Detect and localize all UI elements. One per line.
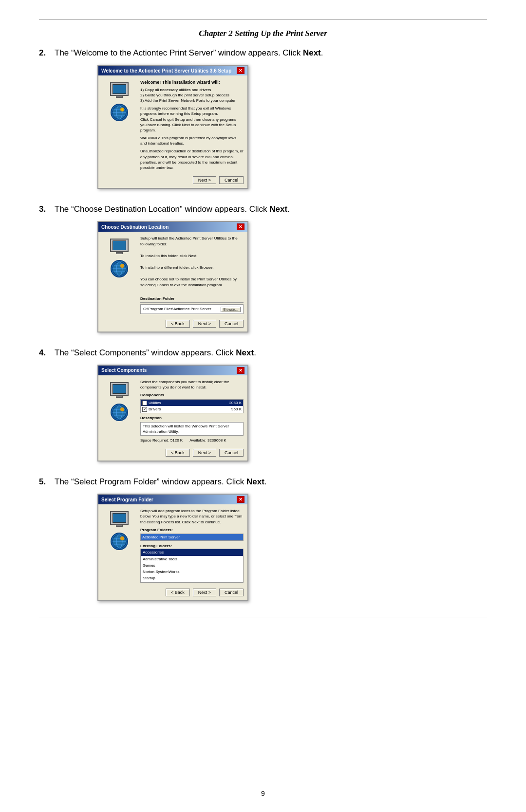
step-2-text: 2. The “Welcome to the Actiontec Print S… xyxy=(39,48,323,58)
dest-folder-divider xyxy=(140,302,244,303)
comp-monitor-base xyxy=(116,396,123,398)
welcome-recommendation: It is strongly recommended that you exit… xyxy=(140,106,244,133)
program-folder-close-button[interactable]: ✕ xyxy=(237,496,244,503)
component-drivers: ✓ Drivers 960 K xyxy=(141,406,243,412)
svg-point-23 xyxy=(120,536,124,540)
dest-computer-icon xyxy=(107,236,132,257)
pf-folder-input[interactable]: Actiontec Print Server xyxy=(140,534,244,541)
dest-titlebar: Choose Destination Location ✕ xyxy=(98,222,247,232)
welcome-cancel-button[interactable]: Cancel xyxy=(219,176,244,184)
step-5-before: The “Select Program Folder” window appea… xyxy=(55,477,246,486)
components-cancel-button[interactable]: Cancel xyxy=(219,449,244,457)
components-close-button[interactable]: ✕ xyxy=(237,367,244,374)
dest-back-button[interactable]: < Back xyxy=(166,320,190,328)
dest-browse-button[interactable]: Browse... xyxy=(221,307,241,312)
drivers-name: Drivers xyxy=(149,406,161,412)
components-titlebar: Select Components ✕ xyxy=(98,366,247,375)
dest-folder-box: C:\Program Files\Actiontec Print Server … xyxy=(140,304,244,314)
description-label: Description xyxy=(140,415,244,421)
folder-games[interactable]: Games xyxy=(141,562,243,569)
program-folder-left-panel xyxy=(102,508,136,583)
welcome-next-button[interactable]: Next > xyxy=(193,176,216,184)
step-3-text: 3. The “Choose Destination Location” win… xyxy=(39,204,290,214)
comp-monitor-screen xyxy=(113,384,126,394)
pf-next-button[interactable]: Next > xyxy=(193,589,216,596)
step-2-screenshot: Welcome to the Actiontec Print Server Ut… xyxy=(97,65,248,189)
step-4-screenshot: Select Components ✕ xyxy=(97,365,248,462)
dest-instructions: Setup will install the Actiontec Print S… xyxy=(140,236,244,288)
components-next-button[interactable]: Next > xyxy=(193,449,216,457)
step-3-number: 3. xyxy=(39,204,50,214)
step-2-after: . xyxy=(321,48,323,57)
components-instruction: Select the components you want to instal… xyxy=(140,379,244,390)
step-2-before: The “Welcome to the Actiontec Print Serv… xyxy=(55,48,303,57)
components-back-button[interactable]: < Back xyxy=(166,449,190,457)
dest-globe-icon xyxy=(111,260,128,277)
space-available-label: Available: 3239608 K xyxy=(189,438,226,443)
pf-computer-icon xyxy=(107,508,132,530)
dest-close-button[interactable]: ✕ xyxy=(237,223,244,230)
step-5-block: 5. The “Select Program Folder” window ap… xyxy=(39,477,487,601)
step-4-bold: Next xyxy=(236,348,254,357)
globe-icon xyxy=(111,104,128,121)
chapter-header: Chapter 2 Setting Up the Print Server xyxy=(39,29,487,38)
pf-cancel-button[interactable]: Cancel xyxy=(219,589,244,596)
dest-next-button[interactable]: Next > xyxy=(193,320,216,328)
comp-globe-svg xyxy=(112,405,127,420)
welcome-intro: Welcome! This installation wizard will: xyxy=(140,79,244,86)
components-body: Select the components you want to instal… xyxy=(98,375,247,447)
step-4-after: . xyxy=(254,348,256,357)
dest-monitor-screen xyxy=(113,240,126,250)
step-5-description: The “Select Program Folder” window appea… xyxy=(55,477,267,487)
step-3-after: . xyxy=(287,204,290,214)
step-2-bold: Next xyxy=(303,48,321,57)
step-2-description: The “Welcome to the Actiontec Print Serv… xyxy=(55,48,323,58)
utilities-name: Utilities xyxy=(149,400,161,406)
pf-existing-label: Existing Folders: xyxy=(140,543,244,549)
folder-accessories[interactable]: Accessories xyxy=(141,549,243,555)
dest-globe-svg xyxy=(112,261,127,277)
pf-monitor xyxy=(110,511,129,525)
dest-footer: < Back Next > Cancel xyxy=(98,318,247,332)
components-computer-icon xyxy=(107,379,132,401)
utilities-checkbox[interactable]: ✓ xyxy=(142,401,147,406)
utilities-size: 2060 K xyxy=(229,400,242,406)
program-folder-dialog: Select Program Folder ✕ xyxy=(97,494,248,601)
folder-startup[interactable]: Startup xyxy=(141,575,243,581)
components-dialog-title: Select Components xyxy=(101,368,147,373)
globe-svg xyxy=(112,105,127,120)
step-3-before: The “Choose Destination Location” window… xyxy=(55,204,269,214)
folder-norton[interactable]: Norton SystemWorks xyxy=(141,569,243,575)
computer-icon xyxy=(107,79,132,101)
dest-monitor-base xyxy=(116,252,123,254)
program-folder-body: Setup will add program icons to the Prog… xyxy=(98,504,247,587)
components-footer: < Back Next > Cancel xyxy=(98,447,247,461)
dest-folder-label: Destination Folder xyxy=(140,296,244,301)
step-5-bold: Next xyxy=(246,477,264,486)
step-3-bold: Next xyxy=(269,204,287,214)
welcome-steps: 1) Copy all necessary utilities and driv… xyxy=(140,87,244,104)
components-right-panel: Select the components you want to instal… xyxy=(140,379,244,443)
welcome-dialog: Welcome to the Actiontec Print Server Ut… xyxy=(97,65,248,189)
component-utilities: ✓ Utilities 2060 K xyxy=(141,400,243,406)
welcome-close-button[interactable]: ✕ xyxy=(237,67,244,74)
dest-folder-path: C:\Program Files\Actiontec Print Server xyxy=(143,306,211,312)
components-list-label: Components xyxy=(140,392,244,398)
welcome-body: Welcome! This installation wizard will: … xyxy=(98,75,247,174)
step-5-screenshot: Select Program Folder ✕ xyxy=(97,494,248,601)
dest-dialog-title: Choose Destination Location xyxy=(101,224,169,230)
pf-globe-svg xyxy=(112,534,127,549)
folder-admin-tools[interactable]: Administrative Tools xyxy=(141,556,243,562)
drivers-checkbox[interactable]: ✓ xyxy=(142,407,147,412)
components-left-panel xyxy=(102,379,136,443)
step-5-after: . xyxy=(264,477,267,486)
folder-winrar[interactable]: WinRAR xyxy=(141,581,243,583)
dest-dialog: Choose Destination Location ✕ xyxy=(97,221,248,332)
pf-back-button[interactable]: < Back xyxy=(166,589,190,596)
dest-cancel-button[interactable]: Cancel xyxy=(219,320,244,328)
chapter-title: Chapter 2 Setting Up the Print Server xyxy=(199,29,327,38)
space-info: Space Required: 5120 K Available: 323960… xyxy=(140,438,244,443)
dest-right-panel: Setup will install the Actiontec Print S… xyxy=(140,236,244,314)
monitor-screen xyxy=(113,84,126,94)
welcome-right-panel: Welcome! This installation wizard will: … xyxy=(140,79,244,170)
